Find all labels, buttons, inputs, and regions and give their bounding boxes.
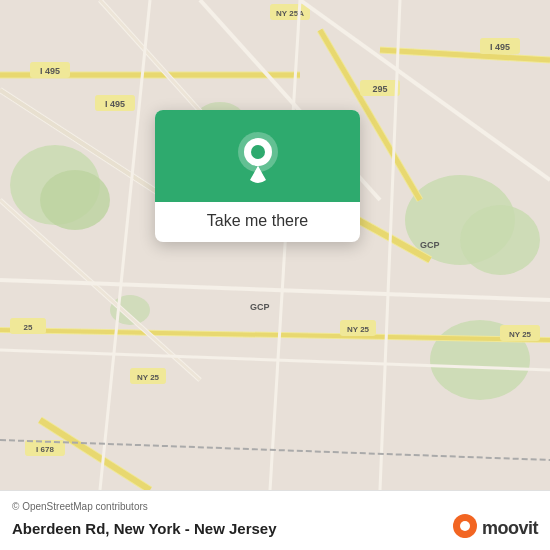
svg-text:I 495: I 495	[490, 42, 510, 52]
svg-text:NY 25: NY 25	[347, 325, 370, 334]
moovit-pin-icon	[453, 514, 477, 542]
bottom-row: Aberdeen Rd, New York - New Jersey moovi…	[12, 514, 538, 542]
moovit-logo: moovit	[453, 514, 538, 542]
svg-point-4	[40, 170, 110, 230]
svg-text:I 495: I 495	[105, 99, 125, 109]
take-me-there-button[interactable]: Take me there	[155, 202, 360, 242]
svg-point-60	[460, 521, 470, 531]
moovit-brand-label: moovit	[482, 518, 538, 539]
map-container: I 495 I 495 295 GCP GCP 25 NY 25 NY 25 N…	[0, 0, 550, 490]
location-name: Aberdeen Rd, New York - New Jersey	[12, 520, 277, 537]
card-header	[155, 110, 360, 202]
bottom-bar: © OpenStreetMap contributors Aberdeen Rd…	[0, 490, 550, 550]
svg-text:I 678: I 678	[36, 445, 54, 454]
take-me-there-card: Take me there	[155, 110, 360, 242]
svg-point-58	[251, 145, 265, 159]
svg-text:NY 25: NY 25	[509, 330, 532, 339]
svg-text:NY 25: NY 25	[137, 373, 160, 382]
svg-text:295: 295	[372, 84, 387, 94]
svg-text:25: 25	[24, 323, 33, 332]
svg-point-2	[460, 205, 540, 275]
svg-text:GCP: GCP	[420, 240, 440, 250]
attribution-text: © OpenStreetMap contributors	[12, 501, 538, 512]
svg-text:GCP: GCP	[250, 302, 270, 312]
location-pin-icon	[236, 132, 280, 184]
svg-text:I 495: I 495	[40, 66, 60, 76]
